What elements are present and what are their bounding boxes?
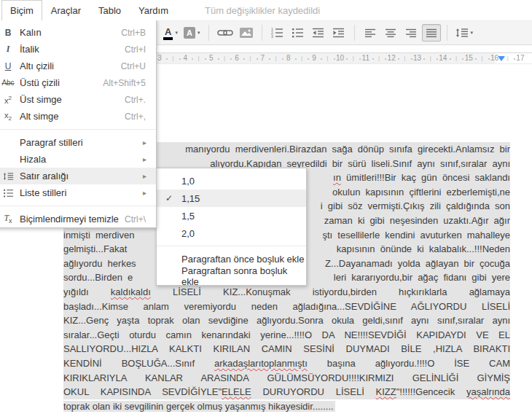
text-line-16[interactable]: KENDİNİ BOŞLUĞA...Sınıf arkadaşlarıtopla…	[63, 356, 510, 371]
menu-tablo[interactable]: Tablo	[90, 0, 130, 20]
ruler-dot	[295, 58, 297, 60]
menu-item-label: Satır aralığı	[20, 171, 143, 181]
ruler-number: 7	[257, 54, 268, 62]
italic-icon: I	[0, 44, 20, 55]
text-run: sordu...Birden e	[63, 272, 133, 283]
text-line-15[interactable]: SALLIYORDU...HIZLA KALKTI KIRILAN CAMIN …	[63, 342, 510, 356]
text-line-14[interactable]: sıralar...Geçti oturdu camın kenarındaki…	[63, 328, 510, 343]
strikethrough-icon: Abc	[0, 79, 20, 87]
decrease-indent-button[interactable]	[309, 24, 328, 42]
menu-item-hizala[interactable]: Hizala▸	[0, 151, 156, 168]
format-menu: BKalınCtrl+BIİtalikCtrl+IUAltı çiziliCtr…	[0, 20, 157, 228]
ruler-dot	[475, 58, 477, 60]
bullet-list-button[interactable]	[289, 24, 308, 42]
svg-text:3: 3	[271, 34, 273, 38]
menu-item-label: Liste stilleri	[20, 187, 143, 198]
line-spacing-icon	[0, 172, 20, 181]
ruler-dot	[218, 58, 219, 60]
menu-separator	[157, 246, 306, 246]
text-run: Z...Dayanamadı yolda ağlayan bir çocuğa	[325, 258, 510, 269]
line-right-segment: ştı tesellilerle kendini avuturken mahal…	[322, 228, 510, 243]
insert-image-button[interactable]	[237, 24, 256, 42]
text-run: ağlıyordu herkes	[63, 258, 136, 269]
menu-item-label: İtalik	[20, 44, 125, 55]
menu-item-kalin[interactable]: BKalınCtrl+B	[0, 24, 156, 41]
line-spacing-1-0[interactable]: 1,0	[157, 172, 306, 190]
ruler-dot	[346, 58, 348, 60]
line-right-segment: kapısının önünde ki kalabalık...!!!Neden	[337, 242, 510, 257]
line-spacing-1-15[interactable]: ✓1,15	[157, 190, 306, 207]
menu-item-label: Üst simge	[20, 94, 125, 105]
menu-item-satir-araligi[interactable]: Satır aralığı▸	[0, 168, 156, 184]
text-run: KIRIKLARIYLA KANLAR ARASINDA GÜLÜMSÜYORD…	[63, 372, 510, 383]
ruler-tick: |	[404, 55, 405, 61]
insert-link-button[interactable]	[215, 24, 235, 42]
submenu-item-label: 1,0	[181, 176, 306, 187]
align-right-button[interactable]	[402, 24, 420, 42]
misspelled-word: yaşalrında	[466, 386, 510, 397]
line-spacing-2-0[interactable]: 2,0	[157, 224, 306, 242]
ruler-number: 15	[463, 54, 474, 62]
menu-item-liste-stilleri[interactable]: Liste stilleri▸	[0, 184, 156, 201]
menu-yardim[interactable]: Yardım	[130, 0, 177, 20]
text-line-17[interactable]: KIRIKLARIYLA KANLAR ARASINDA GÜLÜMSÜYORD…	[63, 371, 510, 386]
right-indent-marker[interactable]	[498, 56, 505, 61]
line-right-segment: ın ümitleri!!!Bir kaç gün öncesi sakland…	[333, 171, 510, 185]
text-line-12[interactable]: başladı...Kimse anlam veremiyordu neden …	[63, 300, 510, 314]
line-spacing-button[interactable]: ▾	[453, 24, 476, 42]
menu-separator	[0, 206, 156, 206]
menu-shortcut: Ctrl+B	[121, 28, 146, 38]
increase-indent-button[interactable]	[329, 24, 348, 42]
menu-item-alt-simge[interactable]: x2Alt simgeCtrl+,	[0, 108, 156, 125]
line-spacing-submenu: 1,0✓1,151,52,0Paragraftan önce boşluk ek…	[156, 168, 307, 286]
submenu-item-label: Paragraftan önce boşluk ekle	[181, 254, 306, 265]
text-line-19[interactable]: toprak olan iki sevgilinin gerçek olmuş …	[63, 399, 510, 414]
menu-araclar[interactable]: Araçlar	[42, 0, 90, 20]
align-center-icon	[385, 28, 396, 38]
submenu-arrow-icon: ▸	[143, 189, 152, 197]
menu-shortcut: Alt+Shift+5	[103, 78, 146, 88]
highlight-color-button[interactable]: A▾	[181, 24, 203, 42]
submenu-item-label: 2,0	[181, 228, 306, 239]
text-run: zaman ki gibi neşesinden uzaktı.Ağır ağı…	[324, 215, 510, 226]
menu-item-bicimlendirmeyi-temizle[interactable]: TxBiçimlendirmeyi temizleCtrl+\	[0, 211, 156, 227]
ruler-number: 17	[515, 54, 526, 62]
menu-item-ust-simge[interactable]: x2Üst simgeCtrl+.	[0, 91, 156, 108]
numbered-list-button[interactable]: 123	[268, 24, 287, 42]
ruler-tick: |	[249, 55, 251, 61]
underline-icon: U	[0, 61, 20, 71]
submenu-item-label: Paragraftan sonra boşluk ekle	[181, 265, 306, 287]
dropdown-caret-icon: ▾	[197, 30, 200, 36]
line-spacing-1-5[interactable]: 1,5	[157, 207, 306, 224]
text-line-13[interactable]: KIZ...Genç yaşta toprak olan sevdiğine a…	[63, 313, 510, 328]
text-line-18[interactable]: OKUL KAPISINDA SEVDİĞİYLE"ELELE DURUYORD…	[63, 385, 510, 399]
menu-item-alti-cizili[interactable]: UAltı çiziliCtrl+U	[0, 58, 156, 74]
text-run: LİSELİ KIZ...Konuşmak istiyordu,birden h…	[151, 286, 510, 297]
misspelled-word: ın	[333, 172, 341, 183]
add-space-after-paragraph[interactable]: Paragraftan sonra boşluk ekle	[157, 267, 306, 285]
toolbar-separator	[262, 25, 262, 41]
ruler-dot	[372, 58, 374, 60]
ruler-dot	[243, 58, 245, 60]
text-run: KENDİNİ BOŞLUĞA...Sınıf	[63, 358, 214, 369]
highlight-color-icon: A	[184, 27, 195, 39]
text-run: "!!!!!!Gencecik	[396, 386, 466, 397]
line-left-segment: ağlıyordu herkes	[63, 257, 136, 271]
menu-item-paragraf-stilleri[interactable]: Paragraf stilleri▸	[0, 134, 156, 151]
text-run: yığıldı	[63, 286, 111, 297]
ruler-number: 11	[360, 54, 372, 62]
text-run: leri kararıyordu,bir ağaç fidanı gibi ye…	[334, 272, 510, 283]
align-center-button[interactable]	[381, 24, 400, 42]
text-run: başladı...Kimse anlam veremiyordu neden …	[63, 301, 510, 312]
ruler-number: 5	[206, 54, 217, 62]
align-left-button[interactable]	[361, 24, 380, 42]
align-justify-button[interactable]	[422, 24, 441, 42]
toolbar-separator	[447, 25, 447, 41]
text-run: KIZ...Genç yaşta toprak olan sevdiğine a…	[63, 315, 510, 326]
ruler-tick: |	[430, 55, 431, 61]
link-icon	[217, 28, 233, 37]
text-color-button[interactable]: A▾	[161, 24, 180, 42]
menu-item-ustu-cizili[interactable]: AbcÜstü çiziliAlt+Shift+5	[0, 74, 156, 91]
menu-item-italik[interactable]: IİtalikCtrl+I	[0, 41, 156, 58]
menu-bicim[interactable]: Biçim	[1, 0, 42, 20]
